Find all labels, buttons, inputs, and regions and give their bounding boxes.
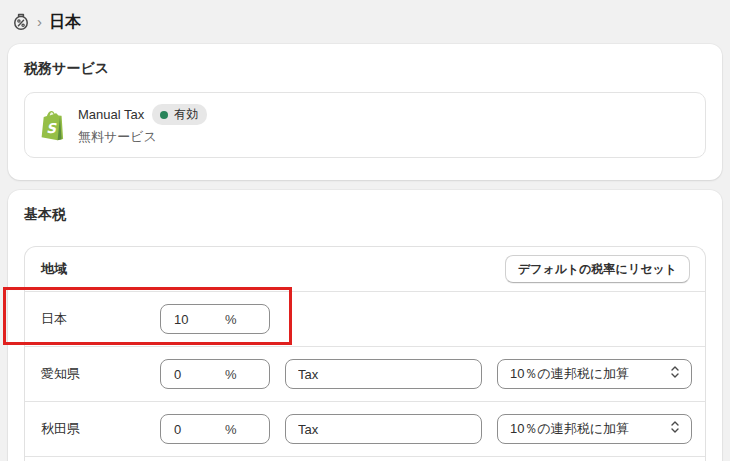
region-name: 日本	[41, 310, 160, 328]
breadcrumb: › 日本	[0, 0, 730, 44]
tax-app-name: Manual Tax	[78, 107, 144, 122]
tax-app-subtitle: 無料サービス	[78, 128, 207, 146]
status-badge-label: 有効	[174, 106, 198, 123]
tax-name-input-aichi[interactable]	[285, 359, 482, 389]
tax-service-heading: 税務サービス	[24, 60, 706, 78]
breadcrumb-separator: ›	[37, 13, 42, 30]
shopify-logo-icon: S	[39, 110, 66, 141]
reset-default-rates-button[interactable]: デフォルトの税率にリセット	[505, 255, 690, 283]
federal-tax-mode-select-aichi[interactable]: 10％の連邦税に加算	[497, 359, 692, 389]
tax-name-input-akita-value[interactable]	[286, 422, 456, 437]
table-row-japan: 日本 %	[25, 291, 705, 346]
table-header-row: 地域 デフォルトの税率にリセット	[25, 247, 705, 291]
status-badge: 有効	[152, 104, 207, 125]
rate-input-aichi[interactable]: %	[160, 359, 270, 389]
taxes-money-bag-icon[interactable]	[10, 11, 32, 33]
tax-name-input-akita[interactable]	[285, 414, 482, 444]
region-name: 愛知県	[41, 365, 160, 383]
region-rates-table: 地域 デフォルトの税率にリセット 日本 % 愛知県 % 10％の連邦税に加算	[24, 246, 706, 461]
federal-tax-mode-select-akita[interactable]: 10％の連邦税に加算	[497, 414, 692, 444]
percent-suffix: %	[225, 422, 237, 437]
region-name: 秋田県	[41, 420, 160, 438]
status-dot-icon	[160, 111, 168, 119]
rate-input-akita[interactable]: %	[160, 414, 270, 444]
select-value: 10％の連邦税に加算	[510, 365, 629, 383]
table-row-aichi: 愛知県 % 10％の連邦税に加算	[25, 346, 705, 401]
region-column-header: 地域	[41, 260, 67, 278]
percent-suffix: %	[225, 367, 237, 382]
page-title: 日本	[49, 12, 81, 33]
tax-name-input-aichi-value[interactable]	[286, 367, 456, 382]
percent-suffix: %	[225, 312, 237, 327]
table-row-akita: 秋田県 % 10％の連邦税に加算	[25, 401, 705, 456]
select-value: 10％の連邦税に加算	[510, 420, 629, 438]
base-tax-card: 基本税 地域 デフォルトの税率にリセット 日本 % 愛知県 % 10％	[8, 190, 722, 461]
table-row-partial	[25, 456, 705, 461]
rate-input-japan[interactable]: %	[160, 304, 270, 334]
select-updown-chevron-icon	[669, 365, 681, 383]
base-tax-heading: 基本税	[24, 206, 706, 224]
tax-provider-row[interactable]: S Manual Tax 有効 無料サービス	[24, 92, 706, 158]
select-updown-chevron-icon	[669, 420, 681, 438]
rate-input-akita-value[interactable]	[161, 422, 207, 437]
rate-input-japan-value[interactable]	[161, 312, 207, 327]
rate-input-aichi-value[interactable]	[161, 367, 207, 382]
svg-text:S: S	[46, 119, 57, 135]
tax-service-card: 税務サービス S Manual Tax 有効 無料サービス	[8, 44, 722, 180]
